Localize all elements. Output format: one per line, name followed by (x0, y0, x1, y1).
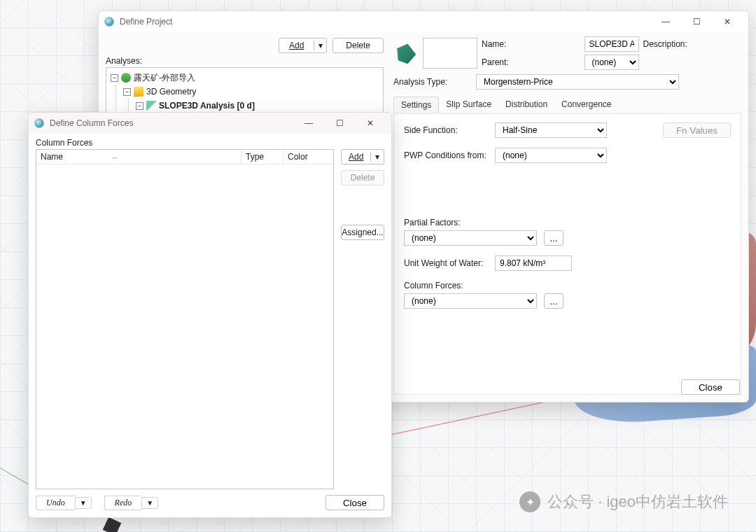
chevron-down-icon[interactable]: ▾ (314, 41, 326, 50)
add-force-button[interactable]: Add ▾ (341, 149, 384, 164)
parent-select[interactable]: (none) (584, 55, 639, 70)
column-forces-edit-button[interactable]: ... (544, 293, 564, 309)
partial-factors-select[interactable]: (none) (404, 230, 537, 246)
close-window-button[interactable]: ✕ (355, 113, 386, 134)
project-close-button[interactable]: Close (681, 379, 740, 395)
unit-weight-input[interactable] (495, 255, 572, 271)
tree-root[interactable]: 露天矿-外部导入 (134, 71, 195, 85)
define-column-forces-window: Define Column Forces — ☐ ✕ Column Forces… (28, 112, 392, 518)
app-icon (104, 17, 114, 27)
description-input[interactable] (423, 38, 477, 69)
add-analysis-button[interactable]: Add ▾ (279, 38, 327, 53)
pwp-select[interactable]: (none) (495, 148, 607, 163)
column-forces-grid[interactable]: Name ︿ Type Color (36, 149, 334, 489)
tab-settings[interactable]: Settings (393, 97, 439, 113)
tree-slope3d[interactable]: SLOPE3D Analysis [0 d] (159, 99, 255, 113)
col-type[interactable]: Type (241, 150, 283, 164)
minimize-button[interactable]: — (293, 113, 324, 134)
column-forces-label: Column Forces: (404, 281, 731, 290)
analyses-label: Analyses: (106, 56, 384, 66)
chevron-down-icon[interactable]: ▼ (141, 497, 158, 509)
tree-expander[interactable]: − (136, 102, 144, 110)
side-function-select[interactable]: Half-Sine (495, 122, 607, 138)
watermark: ✦ 公众号 · igeo中仿岩土软件 (519, 491, 728, 512)
grid-body[interactable] (36, 164, 333, 489)
minimize-button[interactable]: — (650, 11, 681, 32)
analysis-type-icon (393, 41, 417, 65)
col-color[interactable]: Color (283, 150, 333, 164)
tab-slip-surface[interactable]: Slip Surface (439, 97, 498, 113)
unit-weight-label: Unit Weight of Water: (404, 258, 488, 268)
sort-asc-icon[interactable]: ︿ (112, 153, 118, 162)
window-title: Define Column Forces (50, 118, 133, 128)
app-icon (34, 118, 44, 128)
analysis-type-label: Analysis Type: (393, 77, 472, 87)
tree-expander[interactable]: − (111, 74, 118, 82)
tab-convergence[interactable]: Convergence (554, 97, 618, 113)
undo-button[interactable]: Undo ▼ (36, 496, 92, 510)
titlebar[interactable]: Define Column Forces — ☐ ✕ (29, 113, 391, 134)
window-title: Define Project (120, 17, 172, 27)
globe-icon (121, 73, 131, 83)
wechat-icon: ✦ (519, 491, 540, 512)
name-label: Name: (482, 39, 580, 49)
cube-icon (134, 87, 144, 97)
partial-factors-label: Partial Factors: (404, 218, 731, 227)
side-function-label: Side Function: (404, 125, 488, 135)
name-input[interactable] (584, 36, 639, 52)
analysis-type-select[interactable]: Morgenstern-Price (476, 74, 679, 90)
column-forces-label: Column Forces (36, 138, 384, 148)
pwp-label: PWP Conditions from: (404, 150, 488, 160)
delete-force-button: Delete (341, 170, 384, 186)
maximize-button[interactable]: ☐ (681, 11, 712, 32)
col-name[interactable]: Name (41, 152, 63, 162)
fn-values-button: Fn Values (663, 122, 731, 138)
tabs: Settings Slip Surface Distribution Conve… (393, 97, 741, 113)
slope-icon (146, 101, 156, 111)
chevron-down-icon[interactable]: ▾ (370, 152, 383, 162)
watermark-text: 公众号 · igeo中仿岩土软件 (547, 491, 728, 512)
partial-factors-edit-button[interactable]: ... (544, 230, 564, 246)
tab-distribution[interactable]: Distribution (498, 97, 554, 113)
column-forces-select[interactable]: (none) (404, 293, 537, 309)
chevron-down-icon[interactable]: ▼ (75, 497, 92, 509)
maximize-button[interactable]: ☐ (324, 113, 355, 134)
parent-label: Parent: (482, 57, 580, 67)
assigned-button[interactable]: Assigned... (341, 225, 384, 240)
close-window-button[interactable]: ✕ (712, 11, 743, 32)
redo-button[interactable]: Redo ▼ (104, 496, 159, 510)
titlebar[interactable]: Define Project — ☐ ✕ (99, 11, 748, 32)
forces-close-button[interactable]: Close (326, 495, 384, 510)
delete-analysis-button[interactable]: Delete (332, 38, 384, 53)
tree-geom[interactable]: 3D Geometry (146, 85, 196, 99)
settings-panel: Side Function: Half-Sine Fn Values PWP C… (393, 113, 741, 395)
tree-expander[interactable]: − (123, 88, 131, 96)
description-label: Description: (643, 39, 742, 49)
